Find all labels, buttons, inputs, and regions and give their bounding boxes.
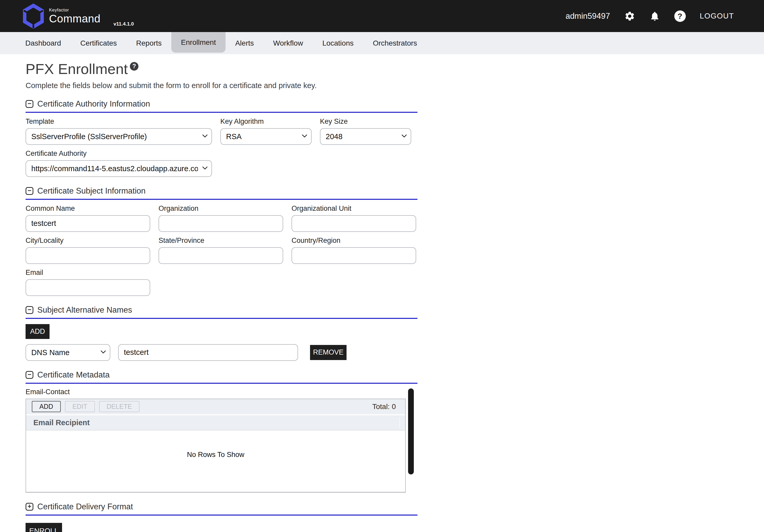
email-contact-grid: ADD EDIT DELETE Total: 0 Email Recipient… — [26, 399, 406, 493]
state-label: State/Province — [158, 236, 283, 245]
collapse-icon-metadata[interactable]: − — [26, 371, 33, 379]
key-algorithm-select[interactable]: RSA — [220, 128, 311, 145]
email-contact-grid-wrap: Email-Contact ADD EDIT DELETE Total: 0 E… — [26, 388, 418, 493]
key-size-select[interactable]: 2048 — [320, 128, 411, 145]
page-help-icon[interactable]: ? — [130, 62, 138, 70]
organizational-unit-input[interactable] — [291, 215, 416, 232]
top-bar-controls: admin59497 ? LOGOUT — [566, 10, 734, 22]
section-title-delivery: Certificate Delivery Format — [37, 502, 133, 511]
email-contact-label: Email-Contact — [26, 388, 418, 396]
section-rule — [26, 199, 418, 200]
section-title-san: Subject Alternative Names — [37, 305, 132, 315]
collapse-icon-ca-info[interactable]: − — [26, 100, 33, 108]
nav-item-enrollment[interactable]: Enrollment — [171, 32, 226, 53]
city-label: City/Locality — [26, 236, 150, 245]
grid-body: No Rows To Show — [26, 430, 405, 492]
organization-input[interactable] — [158, 215, 283, 232]
expand-icon-delivery[interactable]: + — [26, 503, 33, 511]
section-title-ca-info: Certificate Authority Information — [37, 99, 150, 109]
nav-item-alerts[interactable]: Alerts — [226, 32, 264, 54]
certificate-authority-select[interactable]: https://command114-5.eastus2.cloudapp.az… — [26, 160, 212, 177]
keyfactor-logo-icon — [23, 3, 44, 29]
username: admin59497 — [566, 11, 610, 21]
grid-empty-message: No Rows To Show — [26, 451, 405, 459]
grid-edit-button: EDIT — [65, 401, 95, 412]
brand-text: Keyfactor Command — [49, 8, 100, 24]
nav-item-certificates[interactable]: Certificates — [71, 32, 126, 54]
section-rule — [26, 515, 418, 516]
organization-label: Organization — [158, 204, 283, 212]
grid-total-count: Total: 0 — [372, 403, 400, 411]
nav-item-dashboard[interactable]: Dashboard — [16, 32, 71, 54]
common-name-label: Common Name — [26, 204, 150, 212]
section-title-subject: Certificate Subject Information — [37, 186, 145, 196]
country-input[interactable] — [291, 247, 416, 264]
nav-item-locations[interactable]: Locations — [313, 32, 363, 54]
key-size-label: Key Size — [320, 117, 411, 126]
collapse-icon-san[interactable]: − — [26, 306, 33, 314]
email-label: Email — [26, 269, 150, 277]
email-input[interactable] — [26, 279, 150, 296]
page-subtitle: Complete the fields below and submit the… — [26, 81, 418, 90]
template-label: Template — [26, 117, 212, 126]
section-rule — [26, 318, 418, 319]
state-input[interactable] — [158, 247, 283, 264]
section-rule — [26, 112, 418, 113]
collapse-icon-subject[interactable]: − — [26, 187, 33, 195]
certificate-authority-label: Certificate Authority — [26, 150, 212, 158]
bell-icon[interactable] — [649, 11, 660, 22]
san-row: DNS Name REMOVE — [26, 344, 418, 361]
gear-icon[interactable] — [624, 11, 635, 22]
country-label: Country/Region — [291, 236, 416, 245]
top-bar: Keyfactor Command v11.4.1.0 admin59497 ?… — [0, 0, 764, 32]
brand-keyfactor: Keyfactor — [49, 8, 100, 12]
section-title-metadata: Certificate Metadata — [37, 370, 109, 380]
organizational-unit-label: Organizational Unit — [291, 204, 416, 212]
brand: Keyfactor Command v11.4.1.0 — [23, 3, 134, 29]
grid-delete-button: DELETE — [99, 401, 139, 412]
brand-command: Command — [49, 13, 100, 24]
grid-vertical-scrollbar[interactable] — [408, 388, 414, 474]
san-type-select[interactable]: DNS Name — [26, 344, 110, 361]
nav-item-orchestrators[interactable]: Orchestrators — [363, 32, 427, 54]
nav-item-workflow[interactable]: Workflow — [264, 32, 313, 54]
city-input[interactable] — [26, 247, 150, 264]
help-icon[interactable]: ? — [674, 10, 686, 22]
grid-add-button[interactable]: ADD — [32, 401, 61, 412]
grid-column-header[interactable]: Email Recipient — [26, 415, 405, 430]
common-name-input[interactable] — [26, 215, 150, 232]
page-title: PFX Enrollment — [26, 61, 128, 77]
section-rule — [26, 383, 418, 384]
main-nav: Dashboard Certificates Reports Enrollmen… — [0, 32, 764, 54]
nav-item-reports[interactable]: Reports — [126, 32, 171, 54]
san-add-button[interactable]: ADD — [26, 324, 50, 339]
san-remove-button[interactable]: REMOVE — [310, 345, 346, 360]
key-algorithm-label: Key Algorithm — [220, 117, 311, 126]
template-select[interactable]: SslServerProfile (SslServerProfile) — [26, 128, 212, 145]
pfx-enrollment-form: PFX Enrollment ? Complete the fields bel… — [26, 61, 418, 532]
enroll-button[interactable]: ENROLL — [26, 523, 62, 532]
logout-button[interactable]: LOGOUT — [700, 12, 734, 20]
app-version: v11.4.1.0 — [113, 21, 134, 27]
san-value-input[interactable] — [118, 344, 298, 361]
grid-toolbar: ADD EDIT DELETE Total: 0 — [26, 399, 405, 415]
